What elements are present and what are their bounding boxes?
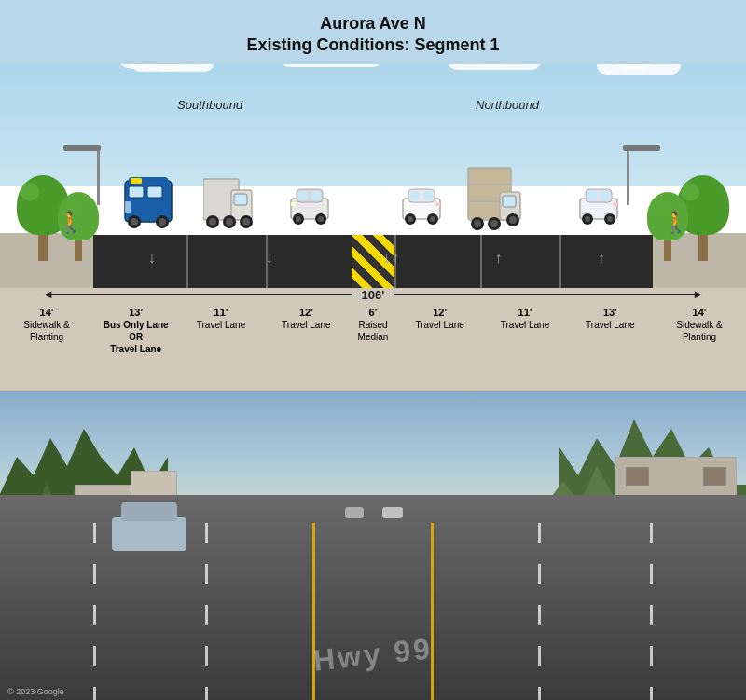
- photo-yellow-line-right: [431, 523, 434, 700]
- svg-point-24: [296, 216, 301, 222]
- label-median: 6' RaisedMedian: [349, 304, 397, 345]
- pedestrian-left: 🚶: [58, 211, 83, 235]
- nb-arrows: ↑ ↑ ↑: [344, 250, 653, 267]
- svg-rect-31: [423, 191, 433, 200]
- truck-vehicle-nb: [466, 166, 522, 235]
- photo-near-car: [112, 517, 186, 551]
- svg-rect-50: [587, 191, 597, 200]
- svg-rect-51: [601, 191, 610, 200]
- photo-white-line-4: [650, 523, 653, 700]
- photo-distant-car-2: [382, 507, 403, 518]
- title-line2: Existing Conditions: Segment 1: [246, 35, 499, 54]
- photo-white-line-2: [538, 523, 541, 700]
- streetlight-right: [627, 145, 664, 205]
- label-travel-nb3: 13' Travel Lane: [568, 304, 653, 333]
- labels-row: 14' Sidewalk &Planting 13' Bus Only Lane…: [0, 298, 746, 391]
- photo-section: Hwy 99 © 2023 Google: [0, 391, 746, 700]
- southbound-label: Southbound: [177, 98, 242, 112]
- svg-rect-41: [503, 196, 516, 207]
- svg-point-55: [607, 216, 613, 222]
- svg-rect-2: [129, 186, 144, 198]
- svg-rect-12: [234, 194, 247, 205]
- svg-point-26: [318, 216, 324, 222]
- photo-white-line-1: [205, 523, 208, 700]
- svg-point-53: [585, 216, 590, 222]
- google-copyright: © 2023 Google: [7, 687, 64, 696]
- svg-point-35: [430, 216, 435, 222]
- title-line1: Aurora Ave N: [320, 14, 426, 33]
- label-sw-right: 14' Sidewalk &Planting: [653, 304, 746, 345]
- svg-point-43: [474, 220, 481, 227]
- diagram-title: Aurora Ave N Existing Conditions: Segmen…: [0, 0, 746, 64]
- car-vehicle-sb: [289, 182, 330, 228]
- label-travel-nb2: 11' Travel Lane: [482, 304, 567, 333]
- svg-rect-9: [125, 201, 131, 213]
- total-width-label: 106': [352, 288, 394, 302]
- total-width-line-right: ►: [394, 294, 699, 295]
- svg-point-16: [226, 218, 233, 226]
- total-width-line-left: ◄: [47, 294, 352, 295]
- photo-white-line-3: [93, 523, 96, 700]
- streetlight-left: [82, 145, 119, 205]
- label-travel-sb2: 12' Travel Lane: [264, 304, 349, 333]
- svg-point-8: [159, 218, 166, 226]
- truck-vehicle-sb: [203, 173, 255, 235]
- photo-distant-car-1: [345, 507, 364, 518]
- svg-rect-21: [298, 191, 308, 200]
- svg-rect-36: [435, 202, 440, 206]
- label-sw-left: 14' Sidewalk &Planting: [0, 304, 93, 345]
- total-width-indicator: ◄ 106' ►: [47, 288, 699, 302]
- svg-point-47: [509, 216, 517, 224]
- svg-point-45: [490, 220, 498, 227]
- svg-rect-27: [291, 202, 296, 206]
- diagram-section: Aurora Ave N Existing Conditions: Segmen…: [0, 0, 746, 391]
- svg-point-33: [408, 216, 413, 222]
- svg-rect-4: [131, 178, 142, 184]
- northbound-label: Northbound: [476, 98, 539, 112]
- svg-point-18: [242, 218, 250, 226]
- svg-point-14: [209, 218, 216, 226]
- car-vehicle-nb3: [578, 182, 619, 228]
- pedestrian-right: 🚶: [663, 211, 688, 235]
- svg-rect-3: [147, 186, 162, 198]
- svg-rect-22: [311, 191, 321, 200]
- label-travel-sb1: 11' Travel Lane: [178, 304, 263, 333]
- bus-vehicle: [121, 173, 175, 235]
- label-travel-nb1: 12' Travel Lane: [397, 304, 482, 333]
- svg-point-6: [131, 218, 138, 226]
- label-bus-lane: 13' Bus Only LaneORTravel Lane: [93, 304, 178, 357]
- car-vehicle-nb1: [401, 182, 442, 228]
- total-width-row: ◄ 106' ►: [0, 288, 746, 301]
- svg-rect-30: [410, 191, 420, 200]
- svg-rect-56: [613, 202, 617, 206]
